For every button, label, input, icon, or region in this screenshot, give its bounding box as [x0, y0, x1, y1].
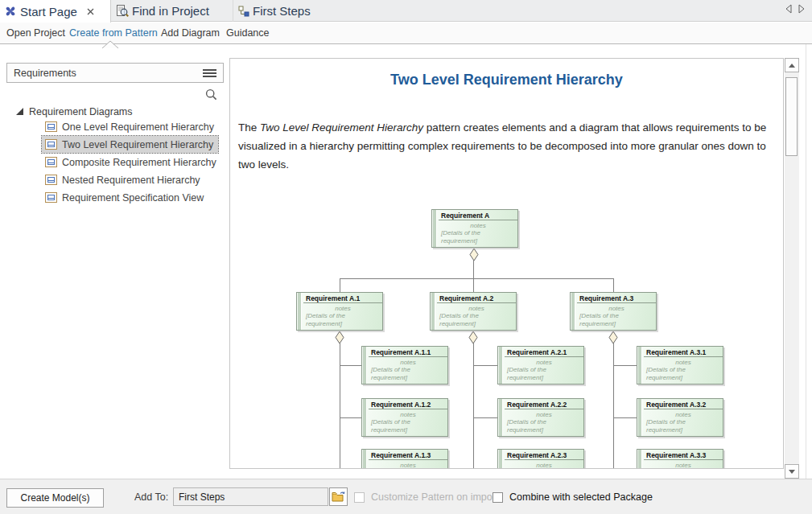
connector-line [473, 365, 497, 366]
vertical-scrollbar[interactable] [785, 58, 799, 479]
tab-start-page[interactable]: Start Page [0, 0, 111, 23]
connector-line [340, 343, 340, 469]
tree-item-label: Nested Requirement Hierarchy [62, 175, 200, 186]
requirement-element: Requirement A.3.3 notes[Details of the r… [637, 449, 723, 469]
tree-item-label: Requirement Specification View [62, 192, 204, 204]
aggregation-diamond-icon [335, 331, 344, 344]
connector-line [473, 468, 497, 469]
combine-package-checkbox[interactable] [493, 492, 503, 503]
folder-icon [332, 491, 345, 503]
requirement-element: Requirement A.3 notes[Details of the req… [570, 292, 657, 331]
pattern-group-title: Requirements [14, 68, 76, 79]
requirement-element: Requirement A.1.3 notes[Details of the r… [361, 449, 448, 469]
tab-bar: Start Page Find in Project First Steps [0, 0, 812, 22]
pattern-group-header[interactable]: Requirements [6, 63, 224, 83]
pattern-title: Two Level Requirement Hierarchy [230, 72, 783, 88]
requirement-element: Requirement A.1 notes[Details of the req… [296, 292, 383, 331]
browse-package-button[interactable] [329, 487, 348, 506]
diagram-icon [45, 139, 57, 150]
requirement-element: Requirement A notes[Details of the requi… [431, 209, 518, 248]
tree-item-label: One Level Requirement Hierarchy [62, 121, 214, 133]
add-to-label: Add To: [134, 491, 168, 503]
toolbar-guidance[interactable]: Guidance [226, 27, 270, 39]
connector-line [340, 417, 361, 418]
scroll-down-button[interactable] [785, 464, 799, 479]
connector-line [340, 278, 614, 279]
tab-scroll-right-icon[interactable] [798, 4, 806, 14]
requirement-element: Requirement A.1.2 notes[Details of the r… [361, 398, 448, 437]
connector-line [613, 278, 614, 292]
tree-node-requirement-diagrams[interactable]: Requirement Diagrams [16, 103, 133, 120]
diagram-icon [45, 121, 57, 132]
find-in-project-icon [116, 5, 129, 18]
tab-first-steps[interactable]: First Steps [234, 0, 328, 22]
connector-line [473, 417, 497, 418]
requirement-element: Requirement A.3.2 notes[Details of the r… [637, 398, 723, 437]
panel-edge-divider [806, 44, 806, 479]
search-icon[interactable] [205, 88, 217, 104]
arrow-down-icon [789, 470, 795, 474]
active-section-notch [102, 37, 118, 51]
tree-item-one-level[interactable]: One Level Requirement Hierarchy [42, 118, 219, 135]
start-page-icon [4, 5, 17, 18]
tab-scroll-left-icon[interactable] [785, 4, 792, 14]
requirement-element: Requirement A.2.3 notes[Details of the r… [497, 449, 584, 469]
tab-find-in-project-label: Find in Project [132, 4, 209, 18]
aggregation-diamond-icon [608, 331, 618, 344]
diagram-icon [45, 175, 57, 185]
connector-line [613, 417, 637, 418]
tree-item-specification-view[interactable]: Requirement Specification View [42, 189, 208, 206]
create-models-button[interactable]: Create Model(s) [6, 488, 104, 508]
close-icon[interactable] [87, 8, 94, 15]
aggregation-diamond-icon [469, 248, 479, 261]
first-steps-icon [238, 6, 249, 17]
aggregation-diamond-icon [468, 331, 478, 344]
pattern-description: The Two Level Requirement Hierarchy patt… [238, 118, 782, 174]
pattern-preview-panel: Two Level Requirement Hierarchy The Two … [229, 58, 784, 469]
connector-line [613, 365, 637, 366]
requirement-element: Requirement A.2 notes[Details of the req… [430, 292, 517, 331]
tree-item-two-level[interactable]: Two Level Requirement Hierarchy [42, 136, 218, 153]
tab-find-in-project[interactable]: Find in Project [112, 0, 233, 22]
toolbar-open-project[interactable]: Open Project [6, 27, 65, 39]
requirement-element: Requirement A.2.1 notes[Details of the r… [497, 346, 584, 384]
requirement-element: Requirement A.2.2 notes[Details of the r… [497, 398, 584, 437]
combine-package-label: Combine with selected Package [509, 491, 653, 503]
tree-expanded-icon[interactable] [16, 108, 23, 115]
connector-line [473, 343, 474, 469]
customize-pattern-label: Customize Pattern on import [371, 491, 498, 503]
tab-scroll-arrows [785, 4, 806, 14]
connector-line [340, 278, 340, 292]
tab-first-steps-label: First Steps [253, 4, 311, 18]
toolbar-add-diagram[interactable]: Add Diagram [161, 27, 220, 39]
tree-root-label: Requirement Diagrams [29, 106, 133, 117]
connector-line [473, 261, 474, 278]
arrow-up-icon [789, 64, 795, 68]
scroll-up-button[interactable] [785, 58, 799, 72]
tree-item-label: Two Level Requirement Hierarchy [62, 139, 213, 150]
requirement-element: Requirement A.3.1 notes[Details of the r… [637, 346, 723, 384]
scrollbar-thumb[interactable] [785, 77, 798, 156]
connector-line [473, 278, 474, 292]
diagram-icon [45, 157, 57, 167]
tree-item-label: Composite Requirement Hierarchy [62, 157, 216, 168]
connector-line [613, 468, 637, 469]
diagram-icon [45, 192, 57, 203]
connector-line [340, 468, 361, 469]
requirement-element: Requirement A.1.1 notes[Details of the r… [361, 346, 448, 384]
customize-pattern-checkbox [354, 492, 365, 503]
tree-item-composite[interactable]: Composite Requirement Hierarchy [42, 154, 221, 171]
add-to-input[interactable] [173, 487, 328, 506]
connector-line [613, 343, 614, 469]
connector-line [340, 365, 361, 366]
hamburger-menu-icon[interactable] [203, 68, 216, 79]
pattern-list-panel: Requirements Requirement Diagrams One Le… [6, 63, 224, 469]
tab-start-page-label: Start Page [20, 5, 77, 19]
footer-bar: Create Model(s) Add To: Customize Patter… [0, 479, 812, 514]
tree-item-nested[interactable]: Nested Requirement Hierarchy [42, 171, 205, 188]
start-page-toolbar: Open Project Create from Pattern Add Dia… [0, 23, 812, 44]
